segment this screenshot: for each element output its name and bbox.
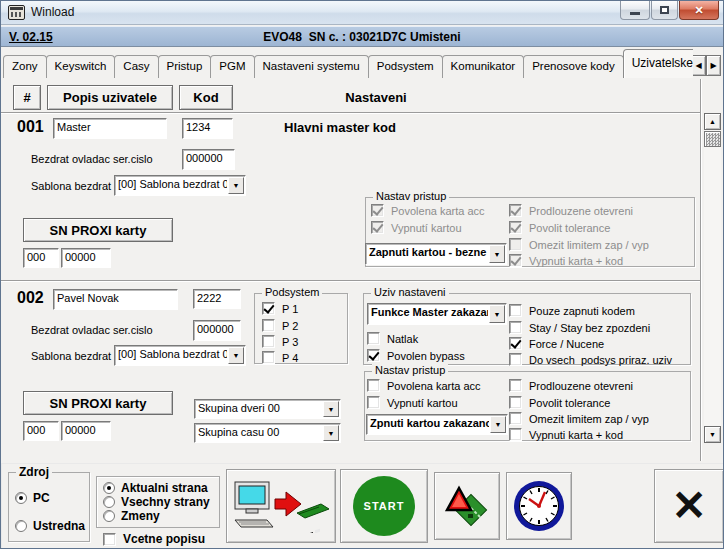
tab-uzivatelske-kody[interactable]: Uzivatelske kody bbox=[623, 49, 693, 78]
radio-aktualni-strana[interactable]: Aktualni strana bbox=[103, 481, 208, 495]
user1-sn2-input[interactable]: 00000 bbox=[61, 248, 111, 268]
scroll-up-icon[interactable]: ▲ bbox=[704, 113, 721, 130]
checkbox-vypnuti-kartou-1[interactable]: Vypnutí kartou bbox=[371, 221, 462, 234]
skupina-dveri-combo[interactable]: Skupina dveri 00 ▼ bbox=[194, 399, 341, 419]
user2-sn-proxi-button[interactable]: SN PROXI karty bbox=[23, 391, 173, 415]
uziv-master-combo[interactable]: Funkce Master zakazana ▼ bbox=[367, 303, 507, 325]
header-kod-button[interactable]: Kod bbox=[179, 85, 233, 110]
restore-icon bbox=[660, 6, 669, 14]
checkbox-box bbox=[509, 428, 522, 441]
checkbox-povolit-tolerance-2[interactable]: Povolit tolerance bbox=[509, 396, 610, 409]
chevron-down-icon[interactable]: ▼ bbox=[323, 401, 339, 417]
checkbox-label: Povolit tolerance bbox=[529, 397, 610, 409]
divider bbox=[700, 79, 702, 461]
version-label[interactable]: V. 02.15 bbox=[9, 30, 53, 44]
minimize-button[interactable] bbox=[620, 1, 650, 20]
skupina-casu-combo[interactable]: Skupina casu 00 ▼ bbox=[194, 423, 341, 443]
checkbox-box bbox=[509, 337, 522, 350]
scroll-thumb[interactable] bbox=[704, 131, 721, 147]
restore-button[interactable] bbox=[651, 1, 678, 20]
tab-scroll-right-icon[interactable]: ▶ bbox=[706, 55, 721, 76]
tab-pgm[interactable]: PGM bbox=[210, 55, 254, 78]
tab-prenosove-kody[interactable]: Prenosove kody bbox=[523, 55, 623, 78]
checkbox-force-nucene[interactable]: Force / Nucene bbox=[509, 337, 604, 350]
checkbox-p2[interactable]: P 2 bbox=[262, 319, 298, 332]
send-pc-to-panel-button[interactable] bbox=[226, 469, 336, 543]
window-title: Winload bbox=[31, 5, 74, 19]
user2-serial-input[interactable]: 000000 bbox=[193, 320, 241, 341]
user1-sablona-combo[interactable]: [00] Sablona bezdrat 00 ▼ bbox=[114, 175, 246, 196]
user2-nastav-combo[interactable]: Zpnuti kartou zakazano ▼ bbox=[366, 414, 508, 435]
user2-sn1-input[interactable]: 000 bbox=[23, 421, 59, 441]
checkbox-box bbox=[367, 379, 380, 392]
checkbox-povolit-tolerance-1[interactable]: Povolit tolerance bbox=[509, 221, 610, 234]
user2-code-input[interactable]: 2222 bbox=[193, 289, 241, 309]
checkbox-povolena-karta-acc-1[interactable]: Povolena karta acc bbox=[371, 204, 485, 217]
radio-ustredna[interactable]: Ustredna bbox=[15, 519, 85, 533]
bottom-panel: Zdroj PC Ustredna Aktualni strana Vsechn… bbox=[1, 463, 724, 549]
tab-zony[interactable]: Zony bbox=[3, 55, 47, 78]
time-button[interactable] bbox=[506, 472, 572, 540]
header-number-button[interactable]: # bbox=[13, 85, 41, 110]
user1-nastav-combo[interactable]: Zapnuti kartou - bezne ▼ bbox=[365, 243, 507, 265]
checkbox-vypnuti-karta-kod-1[interactable]: Vypnuti karta + kod bbox=[509, 254, 623, 267]
user1-sn-proxi-button[interactable]: SN PROXI karty bbox=[23, 218, 173, 242]
checkbox-box bbox=[509, 304, 522, 317]
checkbox-omezit-limitem-2[interactable]: Omezit limitem zap / vyp bbox=[509, 412, 649, 425]
radio-label: Aktualni strana bbox=[121, 481, 208, 495]
user2-sablona-combo[interactable]: [00] Sablona bezdrat 00 ▼ bbox=[114, 345, 246, 366]
radio-pc[interactable]: PC bbox=[15, 491, 50, 505]
checkbox-label: Vypnuti karta + kod bbox=[529, 255, 623, 267]
verify-button[interactable] bbox=[434, 472, 500, 540]
checkbox-label: Omezit limitem zap / vyp bbox=[529, 413, 649, 425]
checkbox-vcetne-popisu[interactable]: Vcetne popisu bbox=[103, 532, 205, 546]
checkbox-povolen-bypass[interactable]: Povolen bypass bbox=[367, 349, 465, 362]
title-bar[interactable]: Winload ✕ bbox=[1, 1, 723, 25]
checkbox-pouze-zapnuti-kodem[interactable]: Pouze zapnuti kodem bbox=[509, 304, 635, 317]
chevron-down-icon[interactable]: ▼ bbox=[228, 177, 244, 194]
scroll-down-icon[interactable]: ▼ bbox=[704, 426, 721, 443]
radio-vsechny-strany[interactable]: Vsechny strany bbox=[103, 495, 210, 509]
checkbox-prodlouzene-otevreni-2[interactable]: Prodlouzene otevreni bbox=[509, 379, 633, 392]
tab-komunikator[interactable]: Komunikator bbox=[442, 55, 525, 78]
chevron-down-icon[interactable]: ▼ bbox=[228, 347, 244, 364]
checkbox-prodlouzene-otevreni-1[interactable]: Prodlouzene otevreni bbox=[509, 204, 633, 217]
user2-name-input[interactable]: Pavel Novak bbox=[53, 289, 178, 310]
checkbox-natlak[interactable]: Natlak bbox=[367, 332, 418, 345]
exit-button[interactable]: ✕ bbox=[654, 469, 724, 543]
user2-sn2-input[interactable]: 00000 bbox=[61, 421, 111, 441]
user1-serial-input[interactable]: 000000 bbox=[182, 149, 235, 170]
tab-casy[interactable]: Casy bbox=[114, 55, 158, 78]
close-button[interactable]: ✕ bbox=[679, 1, 719, 20]
checkbox-do-vsech-podsys[interactable]: Do vsech podsys priraz. uziv bbox=[509, 353, 672, 366]
tab-keyswitch[interactable]: Keyswitch bbox=[46, 55, 116, 78]
checkbox-p4[interactable]: P 4 bbox=[262, 351, 298, 364]
checkbox-label: Natlak bbox=[387, 333, 418, 345]
scrollbar[interactable]: ▲ ▼ bbox=[704, 113, 721, 443]
checkbox-povolena-karta-acc-2[interactable]: Povolena karta acc bbox=[367, 379, 481, 392]
checkbox-box bbox=[509, 353, 522, 366]
checkbox-vypnuti-kartou-2[interactable]: Vypnutí kartou bbox=[367, 396, 458, 409]
app-icon bbox=[8, 5, 25, 20]
tab-nastaveni-systemu[interactable]: Nastaveni systemu bbox=[254, 55, 369, 78]
checkbox-vypnuti-karta-kod-2[interactable]: Vypnuti karta + kod bbox=[509, 428, 623, 441]
user1-sn1-input[interactable]: 000 bbox=[23, 248, 59, 268]
checkbox-box bbox=[509, 321, 522, 334]
chevron-down-icon[interactable]: ▼ bbox=[490, 416, 506, 433]
user1-code-input[interactable]: 1234 bbox=[182, 118, 233, 139]
tab-scroll-left-icon[interactable]: ◀ bbox=[691, 55, 706, 76]
user1-name-input[interactable]: Master bbox=[53, 118, 167, 139]
checkbox-stay-bez-zpozdeni[interactable]: Stay / Stay bez zpozdeni bbox=[509, 321, 650, 334]
header-popis-button[interactable]: Popis uzivatele bbox=[47, 85, 173, 110]
chevron-down-icon[interactable]: ▼ bbox=[489, 305, 505, 323]
checkbox-box bbox=[262, 302, 275, 315]
chevron-down-icon[interactable]: ▼ bbox=[323, 425, 339, 441]
checkbox-p1[interactable]: P 1 bbox=[262, 302, 298, 315]
tab-podsystem[interactable]: Podsystem bbox=[368, 55, 443, 78]
checkbox-p3[interactable]: P 3 bbox=[262, 335, 298, 348]
chevron-down-icon[interactable]: ▼ bbox=[489, 245, 505, 263]
tab-pristup[interactable]: Pristup bbox=[158, 55, 212, 78]
radio-zmeny[interactable]: Zmeny bbox=[103, 509, 160, 523]
checkbox-omezit-limitem-1[interactable]: Omezit limitem zap / vyp bbox=[509, 238, 649, 251]
start-button[interactable]: START bbox=[340, 469, 428, 543]
